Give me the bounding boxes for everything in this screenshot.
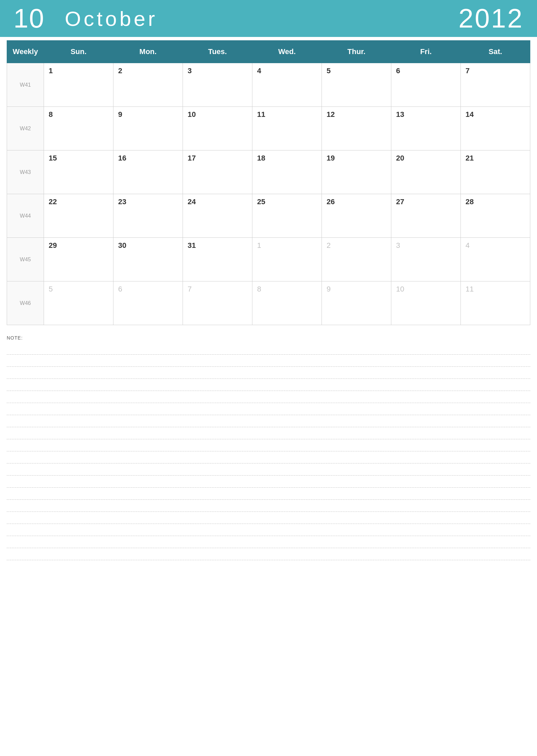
calendar-day-cell[interactable]: 7 (461, 63, 530, 107)
day-number: 8 (49, 110, 53, 119)
calendar-day-cell[interactable]: 8 (252, 281, 322, 325)
calendar-day-cell[interactable]: 1 (44, 63, 113, 107)
note-line[interactable] (7, 415, 530, 427)
calendar-day-cell[interactable]: 9 (322, 281, 391, 325)
week-label: W45 (7, 238, 44, 281)
wednesday-header: Wed. (252, 41, 322, 63)
calendar-day-cell[interactable]: 3 (183, 63, 252, 107)
day-number: 2 (118, 66, 122, 75)
note-line[interactable] (7, 451, 530, 463)
year: 2012 (458, 3, 524, 34)
calendar-day-cell[interactable]: 28 (461, 194, 530, 238)
calendar-day-cell[interactable]: 10 (391, 281, 461, 325)
day-number: 2 (327, 241, 331, 250)
note-line[interactable] (7, 500, 530, 512)
calendar-day-cell[interactable]: 25 (252, 194, 322, 238)
note-line[interactable] (7, 439, 530, 451)
calendar-header: 10 October 2012 (0, 0, 537, 37)
day-number: 9 (327, 285, 331, 293)
calendar-day-cell[interactable]: 18 (252, 150, 322, 194)
week-label: W46 (7, 281, 44, 325)
day-number: 7 (466, 66, 470, 75)
calendar-day-cell[interactable]: 3 (391, 238, 461, 281)
note-line[interactable] (7, 343, 530, 355)
calendar-day-cell[interactable]: 20 (391, 150, 461, 194)
calendar-day-cell[interactable]: 19 (322, 150, 391, 194)
note-line[interactable] (7, 463, 530, 476)
day-number: 13 (396, 110, 404, 119)
calendar-day-cell[interactable]: 21 (461, 150, 530, 194)
note-line[interactable] (7, 488, 530, 500)
sunday-header: Sun. (44, 41, 113, 63)
note-line[interactable] (7, 548, 530, 560)
tuesday-header: Tues. (183, 41, 252, 63)
calendar-day-cell[interactable]: 22 (44, 194, 113, 238)
note-line[interactable] (7, 355, 530, 367)
day-number: 24 (188, 197, 196, 206)
calendar-day-cell[interactable]: 2 (113, 63, 183, 107)
month-name: October (65, 7, 158, 31)
day-number: 6 (118, 285, 122, 293)
calendar-day-cell[interactable]: 5 (44, 281, 113, 325)
day-number: 25 (257, 197, 265, 206)
note-line[interactable] (7, 427, 530, 439)
note-line[interactable] (7, 524, 530, 536)
note-line[interactable] (7, 536, 530, 548)
calendar-day-cell[interactable]: 31 (183, 238, 252, 281)
day-number: 20 (396, 154, 404, 162)
calendar-day-cell[interactable]: 27 (391, 194, 461, 238)
calendar-day-cell[interactable]: 5 (322, 63, 391, 107)
day-number: 10 (396, 285, 404, 293)
calendar-day-cell[interactable]: 11 (252, 107, 322, 150)
calendar-week-row: W4422232425262728 (7, 194, 530, 238)
day-number: 1 (49, 66, 53, 75)
calendar-day-cell[interactable]: 30 (113, 238, 183, 281)
week-label: W42 (7, 107, 44, 150)
month-number: 10 (13, 3, 45, 34)
note-line[interactable] (7, 512, 530, 524)
calendar-day-cell[interactable]: 6 (113, 281, 183, 325)
calendar-day-cell[interactable]: 23 (113, 194, 183, 238)
calendar-day-cell[interactable]: 4 (252, 63, 322, 107)
calendar-day-cell[interactable]: 13 (391, 107, 461, 150)
day-number: 19 (327, 154, 335, 162)
calendar-day-cell[interactable]: 29 (44, 238, 113, 281)
day-number: 1 (257, 241, 261, 250)
day-number: 28 (466, 197, 474, 206)
calendar-day-cell[interactable]: 2 (322, 238, 391, 281)
calendar-day-cell[interactable]: 16 (113, 150, 183, 194)
calendar-day-cell[interactable]: 15 (44, 150, 113, 194)
friday-header: Fri. (391, 41, 461, 63)
calendar-day-cell[interactable]: 10 (183, 107, 252, 150)
week-label: W44 (7, 194, 44, 238)
day-number: 21 (466, 154, 474, 162)
note-lines (7, 343, 530, 560)
day-number: 9 (118, 110, 122, 119)
calendar-day-cell[interactable]: 8 (44, 107, 113, 150)
calendar-day-cell[interactable]: 12 (322, 107, 391, 150)
note-line[interactable] (7, 367, 530, 379)
note-line[interactable] (7, 391, 530, 403)
day-number: 6 (396, 66, 400, 75)
day-number: 3 (396, 241, 400, 250)
note-line[interactable] (7, 403, 530, 415)
day-number: 27 (396, 197, 404, 206)
note-line[interactable] (7, 476, 530, 488)
calendar-day-cell[interactable]: 6 (391, 63, 461, 107)
week-label: W43 (7, 150, 44, 194)
day-number: 3 (188, 66, 192, 75)
calendar-day-cell[interactable]: 24 (183, 194, 252, 238)
calendar-day-cell[interactable]: 11 (461, 281, 530, 325)
day-number: 4 (466, 241, 470, 250)
calendar-body: W411234567W42891011121314W43151617181920… (7, 63, 530, 325)
calendar-day-cell[interactable]: 9 (113, 107, 183, 150)
calendar-day-cell[interactable]: 4 (461, 238, 530, 281)
day-number: 15 (49, 154, 57, 162)
calendar-day-cell[interactable]: 17 (183, 150, 252, 194)
calendar-day-cell[interactable]: 1 (252, 238, 322, 281)
note-line[interactable] (7, 379, 530, 391)
calendar-day-cell[interactable]: 26 (322, 194, 391, 238)
calendar-day-cell[interactable]: 7 (183, 281, 252, 325)
calendar-day-cell[interactable]: 14 (461, 107, 530, 150)
calendar-week-row: W411234567 (7, 63, 530, 107)
